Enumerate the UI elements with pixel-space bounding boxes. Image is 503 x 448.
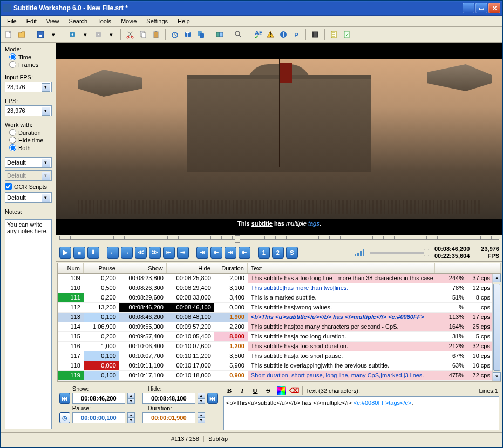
tc-pause-input[interactable]: 00:00:00,100 bbox=[72, 412, 125, 423]
movie-icon[interactable] bbox=[309, 29, 321, 40]
charset1-combo[interactable]: Default bbox=[5, 157, 52, 168]
scroll-up-icon[interactable]: ▲ bbox=[493, 274, 501, 282]
strike-button[interactable]: S bbox=[263, 386, 273, 396]
menu-help[interactable]: Help bbox=[173, 17, 194, 25]
editor-textarea[interactable]: <b>This<u>subtitle</u></b> has <i>multip… bbox=[223, 396, 499, 430]
table-row[interactable]: 1141:06,90000:09:55,00000:09:57,2002,200… bbox=[58, 322, 492, 332]
table-row[interactable]: 1100,50000:08:26,30000:08:29,4003,100Thi… bbox=[58, 283, 492, 293]
menu-settings[interactable]: Settings bbox=[142, 17, 172, 25]
tc-show-input[interactable]: 00:08:46,200 bbox=[72, 393, 125, 404]
set-hide-button[interactable]: ⏭ bbox=[207, 393, 218, 404]
table-row[interactable]: 1180,00000:10:11,10000:10:17,0005,900Thi… bbox=[58, 361, 492, 371]
bold-button[interactable]: B bbox=[225, 386, 234, 396]
fps-combo[interactable]: 23,976 bbox=[5, 105, 52, 116]
mark-shift-right-icon[interactable]: ⇥ bbox=[225, 247, 236, 259]
save-icon[interactable] bbox=[35, 29, 46, 40]
seek-bar[interactable] bbox=[56, 235, 502, 243]
scroll-thumb[interactable] bbox=[493, 284, 500, 371]
mark-out-icon[interactable]: ⇤ bbox=[239, 247, 250, 259]
work-duration-radio[interactable]: Duration bbox=[9, 129, 52, 136]
table-row[interactable]: 1190,10000:10:17,10000:10:18,0000,900Sho… bbox=[58, 371, 492, 381]
close-button[interactable]: ✕ bbox=[488, 3, 500, 13]
col-dur[interactable]: Duration bbox=[214, 263, 248, 273]
table-row[interactable]: 1170,10000:10:07,70000:10:11,2003,500Thi… bbox=[58, 351, 492, 361]
redo-dropdown-icon[interactable]: ▾ bbox=[105, 29, 117, 40]
save-dropdown-icon[interactable]: ▾ bbox=[47, 29, 59, 40]
step-fwd-icon[interactable]: ⇥ bbox=[177, 247, 189, 259]
volume-bars-icon[interactable] bbox=[355, 249, 364, 256]
work-both-radio[interactable]: Both bbox=[9, 144, 52, 151]
texts-icon[interactable] bbox=[195, 29, 207, 40]
table-row[interactable]: 1130,10000:08:46,20000:08:48,1001,900<b>… bbox=[58, 313, 492, 322]
new-file-icon[interactable] bbox=[3, 29, 15, 40]
point1-icon[interactable]: 1 bbox=[258, 247, 270, 259]
col-num[interactable]: Num bbox=[58, 263, 84, 273]
point2-icon[interactable]: 2 bbox=[272, 247, 284, 259]
tc-hide-input[interactable]: 00:08:48,100 bbox=[142, 393, 195, 404]
ocr-combo[interactable]: Default bbox=[5, 192, 52, 203]
video-preview[interactable]: This subtitle has multiple tags. bbox=[56, 43, 502, 235]
fastfwd-icon[interactable]: ≫ bbox=[149, 247, 161, 259]
tc-pause-spinner[interactable]: ▲▼ bbox=[127, 412, 135, 423]
spellcheck-icon[interactable]: ABC bbox=[252, 29, 263, 40]
misc2-icon[interactable] bbox=[341, 29, 353, 40]
undo-dropdown-icon[interactable]: ▾ bbox=[79, 29, 91, 40]
pascal-icon[interactable]: P bbox=[290, 29, 302, 40]
col-show[interactable]: Show bbox=[119, 263, 167, 273]
mode-frames-radio[interactable]: Frames bbox=[9, 61, 52, 68]
tc-duration-spinner[interactable]: ▲▼ bbox=[198, 412, 205, 423]
redo-icon[interactable] bbox=[92, 29, 104, 40]
ocr-checkbox[interactable]: OCR Scripts bbox=[5, 183, 52, 190]
col-hide[interactable]: Hide bbox=[167, 263, 214, 273]
work-hide-radio[interactable]: Hide time bbox=[9, 137, 52, 144]
italic-button[interactable]: I bbox=[237, 386, 247, 396]
volume-slider[interactable] bbox=[370, 252, 429, 254]
play-icon[interactable]: ▶ bbox=[59, 247, 71, 259]
table-row[interactable]: 1110,20000:08:29,60000:08:33,0003,400Thi… bbox=[58, 293, 492, 303]
scroll-down-icon[interactable]: ▼ bbox=[493, 372, 501, 381]
menu-edit[interactable]: Edit bbox=[22, 17, 41, 25]
mark-shift-left-icon[interactable]: ⇤ bbox=[210, 247, 222, 259]
menu-file[interactable]: File bbox=[3, 17, 21, 25]
maximize-button[interactable]: ▭ bbox=[475, 3, 487, 13]
sync-icon[interactable]: S bbox=[286, 247, 298, 259]
col-text[interactable]: Text bbox=[248, 263, 435, 273]
grid-scrollbar[interactable]: ▲ ▼ bbox=[492, 274, 501, 381]
paste-icon[interactable] bbox=[150, 29, 162, 40]
clear-format-button[interactable]: ⌫ bbox=[289, 386, 299, 396]
stop-icon[interactable]: ■ bbox=[73, 247, 85, 259]
titlebar[interactable]: Subtitle Workshop 6.0 - New File.srt * _… bbox=[1, 1, 502, 16]
undo-icon[interactable] bbox=[66, 29, 78, 40]
copy-icon[interactable] bbox=[137, 29, 149, 40]
warning-icon[interactable]: ! bbox=[264, 29, 276, 40]
timer-icon[interactable] bbox=[169, 29, 181, 40]
subtitle-grid[interactable]: Num Pause Show Hide Duration Text 1090,2… bbox=[57, 263, 501, 382]
clock-icon[interactable]: ◷ bbox=[59, 412, 70, 423]
table-row[interactable]: 1150,20000:09:57,40000:10:05,4008,000Thi… bbox=[58, 332, 492, 342]
next-icon[interactable]: → bbox=[121, 247, 133, 259]
step-back-icon[interactable]: ⇤ bbox=[163, 247, 175, 259]
table-row[interactable]: 11213,20000:08:46,20000:08:46,1000,000Th… bbox=[58, 303, 492, 313]
color-button[interactable] bbox=[276, 386, 286, 396]
mode-time-radio[interactable]: Time bbox=[9, 53, 52, 60]
mark-in-icon[interactable]: ⇥ bbox=[196, 247, 208, 259]
info-icon[interactable]: i bbox=[277, 29, 289, 40]
tc-show-spinner[interactable]: ▲▼ bbox=[127, 393, 135, 404]
menu-search[interactable]: Search bbox=[64, 17, 92, 25]
open-file-icon[interactable] bbox=[16, 29, 28, 40]
grid-header[interactable]: Num Pause Show Hide Duration Text bbox=[58, 263, 501, 274]
table-row[interactable]: 1161,00000:10:06,40000:10:07,6001,200Thi… bbox=[58, 342, 492, 351]
menu-movie[interactable]: Movie bbox=[117, 17, 141, 25]
cut-icon[interactable] bbox=[124, 29, 136, 40]
menu-tools[interactable]: Tools bbox=[93, 17, 115, 25]
text-icon[interactable]: T bbox=[182, 29, 194, 40]
col-pause[interactable]: Pause bbox=[84, 263, 119, 273]
prev-icon[interactable]: ← bbox=[107, 247, 119, 259]
sync-down-icon[interactable]: ⬇ bbox=[87, 247, 99, 259]
translate-icon[interactable] bbox=[214, 29, 226, 40]
menu-view[interactable]: View bbox=[42, 17, 64, 25]
search-icon[interactable] bbox=[233, 29, 244, 40]
notes-textarea[interactable]: You can write any notes here. bbox=[5, 219, 52, 429]
tc-hide-spinner[interactable]: ▲▼ bbox=[198, 393, 205, 404]
tc-duration-input[interactable]: 00:00:01,900 bbox=[142, 412, 195, 423]
